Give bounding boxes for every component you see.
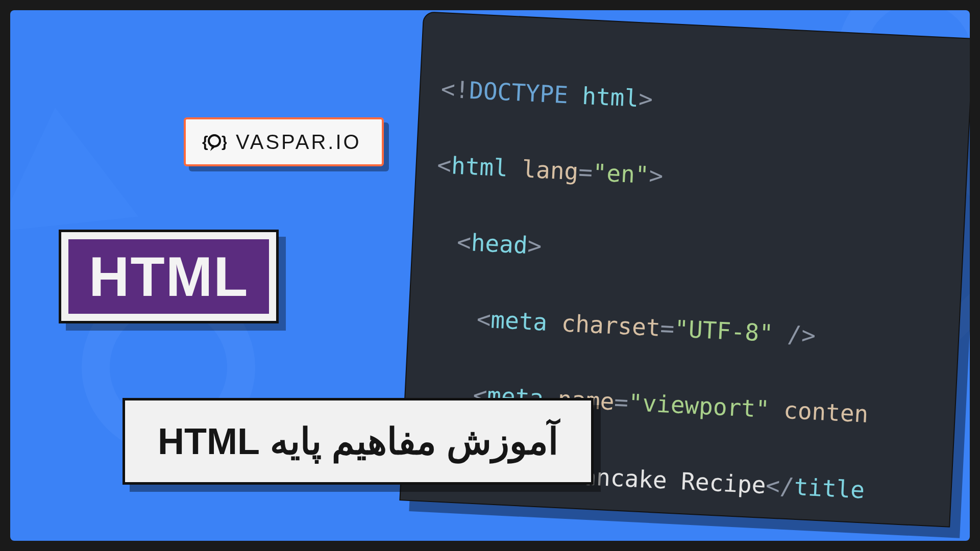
html-badge: HTML (59, 230, 279, 323)
logo-text: VASPAR.IO (236, 131, 361, 154)
vaspar-logo-icon: { } (202, 130, 227, 154)
svg-text:{: { (202, 133, 208, 150)
title-card: آموزش مفاهیم پایه HTML (122, 398, 594, 485)
bg-triangle-shape (10, 100, 138, 232)
thumbnail-frame: <!DOCTYPE html> <html lang="en"> <head> … (10, 10, 970, 541)
logo-pill: { } VASPAR.IO (184, 117, 384, 166)
title-text: آموزش مفاهیم پایه HTML (158, 420, 558, 463)
svg-point-1 (209, 135, 220, 146)
html-badge-text: HTML (89, 248, 249, 305)
svg-text:}: } (222, 133, 227, 150)
